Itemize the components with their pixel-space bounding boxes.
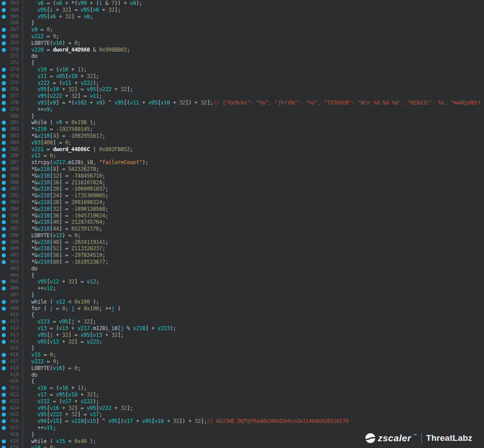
code-text[interactable]: v13 = (v13 + v217.m128i_i8[j % v218] + v… <box>23 325 176 332</box>
code-text[interactable]: *&v210[36] = -1945719024; <box>23 213 108 219</box>
code-text[interactable]: v95[i + 32] = v95[v6 + 32]; <box>23 7 121 13</box>
breakpoint-icon[interactable] <box>2 366 6 370</box>
code-text[interactable]: v95[v222 + 32] = v17; <box>23 411 102 418</box>
code-line[interactable]: 419 do <box>0 372 484 378</box>
code-line[interactable]: 408 while ( v12 < 0x100 ); <box>0 299 484 305</box>
breakpoint-icon[interactable] <box>2 28 6 32</box>
breakpoint-icon[interactable] <box>2 121 6 125</box>
breakpoint-icon[interactable] <box>2 74 6 78</box>
code-text[interactable]: v95[v222 + 32] = v11; <box>23 93 102 100</box>
breakpoint-icon[interactable] <box>2 194 6 198</box>
code-line[interactable]: 412 v13 = (v13 + v217.m128i_i8[j % v218]… <box>0 325 484 332</box>
breakpoint-icon[interactable] <box>2 240 6 244</box>
code-line[interactable]: 411 v223 = v95[j + 32]; <box>0 318 484 325</box>
code-text[interactable]: while ( v15 < 0x40 ); <box>23 438 96 445</box>
code-text[interactable]: v16 = (v16 + 1); <box>23 385 87 391</box>
code-text[interactable]: v223 = v95[j + 32]; <box>23 318 96 325</box>
code-text[interactable]: *&v210[48] = -2024119141; <box>23 239 108 246</box>
breakpoint-icon[interactable] <box>2 167 6 171</box>
code-text[interactable]: v222 = (v17 + v222); <box>23 398 99 405</box>
breakpoint-icon[interactable] <box>2 108 6 112</box>
breakpoint-icon[interactable] <box>2 287 6 291</box>
breakpoint-icon[interactable] <box>2 426 6 430</box>
code-text[interactable]: v18 = 0; <box>23 444 56 448</box>
breakpoint-icon[interactable] <box>2 360 6 364</box>
breakpoint-icon[interactable] <box>2 161 6 165</box>
code-line[interactable]: 389 *&v210[12] = -748456710; <box>0 173 484 179</box>
code-line[interactable]: 383 *&v210[4] = -1082955617; <box>0 133 484 139</box>
code-line[interactable]: 399 *&v210[48] = -2024119141; <box>0 239 484 246</box>
code-text[interactable]: v95[v12 + 32] = v12; <box>23 278 99 285</box>
code-text[interactable]: *&v210[56] = -297834519; <box>23 252 105 259</box>
code-line[interactable]: 425 v95[v222 + 32] = v17; <box>0 411 484 418</box>
code-text[interactable]: v10 = (v10 + 1); <box>23 66 87 73</box>
breakpoint-icon[interactable] <box>2 446 6 448</box>
code-text[interactable]: ++v9; <box>23 106 53 113</box>
code-text[interactable]: v95[v16 + 32] = v95[v222 + 32]; <box>23 405 133 412</box>
code-text[interactable]: } <box>23 113 35 120</box>
breakpoint-icon[interactable] <box>2 200 6 204</box>
code-text[interactable]: do <box>23 265 38 272</box>
breakpoint-icon[interactable] <box>2 154 6 158</box>
code-line[interactable]: 421 v16 = (v16 + 1); <box>0 385 484 391</box>
code-text[interactable]: { <box>23 312 35 318</box>
breakpoint-icon[interactable] <box>2 174 6 178</box>
breakpoint-icon[interactable] <box>2 68 6 72</box>
code-line[interactable]: 417 v222 = 0; <box>0 358 484 365</box>
code-text[interactable]: } <box>23 431 35 438</box>
code-text[interactable]: do <box>23 53 38 60</box>
code-text[interactable]: v222 = 0; <box>23 33 59 40</box>
code-text[interactable]: v95[v13 + 32] = v223; <box>23 339 102 345</box>
breakpoint-icon[interactable] <box>2 214 6 218</box>
breakpoint-icon[interactable] <box>2 253 6 257</box>
breakpoint-icon[interactable] <box>2 41 6 45</box>
code-text[interactable]: *&v210[32] = -1890138568; <box>23 206 108 213</box>
code-text[interactable]: v222 = 0; <box>23 358 59 365</box>
breakpoint-icon[interactable] <box>2 220 6 224</box>
code-line[interactable]: 422 v17 = v95[v16 + 32]; <box>0 391 484 398</box>
code-line[interactable]: 364 v95[i + 32] = v95[v6 + 32]; <box>0 7 484 13</box>
breakpoint-icon[interactable] <box>2 386 6 390</box>
code-text[interactable]: *&v210[28] = 2091698324; <box>23 199 105 206</box>
code-line[interactable]: 424 v95[v16 + 32] = v95[v222 + 32]; <box>0 405 484 412</box>
breakpoint-icon[interactable] <box>2 400 6 404</box>
code-text[interactable]: v93[v9] = *(v102 + v9) ^ v95[(v11 + v95[… <box>23 100 481 106</box>
code-text[interactable]: for ( j = 0; j < 0x100; ++j ) <box>23 305 121 312</box>
breakpoint-icon[interactable] <box>2 326 6 331</box>
code-line[interactable]: 402 *&v210[60] = -1619533677; <box>0 259 484 265</box>
code-text[interactable]: LOBYTE(v13) = 0; <box>23 232 81 239</box>
code-line[interactable]: 386 v12 = 0; <box>0 152 484 159</box>
breakpoint-icon[interactable] <box>2 15 6 19</box>
code-text[interactable]: { <box>23 60 35 66</box>
code-text[interactable]: LOBYTE(v16) = 0; <box>23 365 81 372</box>
code-line[interactable]: 376 v95[v10 + 32] = v95[v222 + 32]; <box>0 86 484 93</box>
code-text[interactable]: v17 = v95[v16 + 32]; <box>23 391 99 398</box>
code-line[interactable]: 370 v220 = dword_44D9A0 & 0x99BBB02; <box>0 47 484 53</box>
breakpoint-icon[interactable] <box>2 247 6 251</box>
code-line[interactable]: 384 v93[408] = 0; <box>0 139 484 146</box>
breakpoint-icon[interactable] <box>2 8 6 12</box>
code-line[interactable]: 392 *&v210[24] = -1735309065; <box>0 192 484 199</box>
code-text[interactable]: v220 = dword_44D9A0 & 0x99BBB02; <box>23 47 130 53</box>
code-text[interactable]: v94[v15] = v210[v15] ^ v95[(v17 + v95[v1… <box>23 418 349 425</box>
breakpoint-icon[interactable] <box>2 141 6 145</box>
code-text[interactable]: { <box>23 272 35 279</box>
breakpoint-icon[interactable] <box>2 207 6 211</box>
code-text[interactable]: while ( v9 < 0x198 ); <box>23 119 96 126</box>
code-line[interactable]: 388 *&v210[8] = 542326278; <box>0 166 484 173</box>
code-line[interactable]: 375 v222 = (v11 + v222); <box>0 80 484 87</box>
breakpoint-icon[interactable] <box>2 413 6 417</box>
breakpoint-icon[interactable] <box>2 134 6 138</box>
code-line[interactable]: 418 LOBYTE(v16) = 0; <box>0 365 484 372</box>
breakpoint-icon[interactable] <box>2 280 6 284</box>
code-line[interactable]: 366 } <box>0 20 484 26</box>
code-line[interactable]: 416 v15 = 0; <box>0 352 484 358</box>
code-line[interactable]: 420 { <box>0 378 484 385</box>
code-line[interactable]: 367 v9 = 0; <box>0 26 484 33</box>
code-text[interactable]: } <box>23 20 35 26</box>
code-line[interactable]: 426 v94[v15] = v210[v15] ^ v95[(v17 + v9… <box>0 418 484 425</box>
code-line[interactable]: 371 do <box>0 53 484 60</box>
breakpoint-icon[interactable] <box>2 419 6 423</box>
breakpoint-icon[interactable] <box>2 260 6 264</box>
code-line[interactable]: 404 { <box>0 272 484 279</box>
